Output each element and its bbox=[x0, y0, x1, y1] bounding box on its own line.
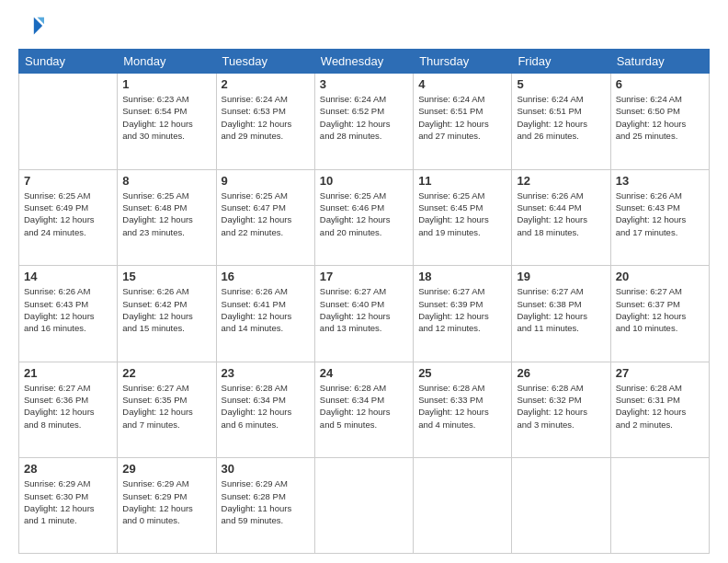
calendar-cell: 19Sunrise: 6:27 AM Sunset: 6:38 PM Dayli… bbox=[512, 266, 610, 362]
cell-content: Sunrise: 6:27 AM Sunset: 6:37 PM Dayligh… bbox=[616, 285, 704, 334]
day-number: 5 bbox=[517, 77, 605, 91]
cell-content: Sunrise: 6:25 AM Sunset: 6:48 PM Dayligh… bbox=[122, 190, 210, 238]
weekday-header-cell: Wednesday bbox=[314, 50, 413, 74]
cell-content: Sunrise: 6:29 AM Sunset: 6:28 PM Dayligh… bbox=[222, 477, 310, 526]
cell-content: Sunrise: 6:27 AM Sunset: 6:38 PM Dayligh… bbox=[517, 285, 605, 334]
weekday-header-cell: Thursday bbox=[414, 50, 512, 74]
calendar-cell: 11Sunrise: 6:25 AM Sunset: 6:45 PM Dayli… bbox=[414, 169, 512, 266]
cell-content: Sunrise: 6:27 AM Sunset: 6:35 PM Dayligh… bbox=[122, 382, 210, 431]
calendar-cell: 26Sunrise: 6:28 AM Sunset: 6:32 PM Dayli… bbox=[512, 362, 610, 458]
day-number: 29 bbox=[122, 462, 210, 476]
cell-content: Sunrise: 6:26 AM Sunset: 6:41 PM Dayligh… bbox=[222, 285, 310, 334]
calendar-cell: 22Sunrise: 6:27 AM Sunset: 6:35 PM Dayli… bbox=[118, 362, 216, 458]
day-number: 11 bbox=[418, 174, 506, 188]
calendar-cell: 10Sunrise: 6:25 AM Sunset: 6:46 PM Dayli… bbox=[314, 169, 413, 266]
calendar-week-row: 1Sunrise: 6:23 AM Sunset: 6:54 PM Daylig… bbox=[19, 74, 710, 170]
calendar-cell: 18Sunrise: 6:27 AM Sunset: 6:39 PM Dayli… bbox=[414, 266, 512, 362]
cell-content: Sunrise: 6:26 AM Sunset: 6:42 PM Dayligh… bbox=[122, 285, 210, 334]
calendar-cell: 24Sunrise: 6:28 AM Sunset: 6:34 PM Dayli… bbox=[314, 362, 413, 458]
calendar-cell bbox=[19, 74, 118, 170]
cell-content: Sunrise: 6:28 AM Sunset: 6:32 PM Dayligh… bbox=[517, 382, 605, 431]
calendar-cell: 6Sunrise: 6:24 AM Sunset: 6:50 PM Daylig… bbox=[610, 74, 709, 170]
cell-content: Sunrise: 6:24 AM Sunset: 6:53 PM Dayligh… bbox=[222, 93, 310, 142]
calendar-week-row: 21Sunrise: 6:27 AM Sunset: 6:36 PM Dayli… bbox=[19, 362, 710, 458]
calendar-cell: 16Sunrise: 6:26 AM Sunset: 6:41 PM Dayli… bbox=[216, 266, 314, 362]
day-number: 20 bbox=[616, 270, 704, 283]
day-number: 7 bbox=[24, 174, 112, 188]
cell-content: Sunrise: 6:25 AM Sunset: 6:47 PM Dayligh… bbox=[222, 190, 310, 238]
cell-content: Sunrise: 6:27 AM Sunset: 6:39 PM Dayligh… bbox=[418, 285, 506, 334]
calendar-cell: 25Sunrise: 6:28 AM Sunset: 6:33 PM Dayli… bbox=[414, 362, 512, 458]
logo bbox=[18, 14, 48, 40]
calendar-page: SundayMondayTuesdayWednesdayThursdayFrid… bbox=[0, 0, 728, 563]
cell-content: Sunrise: 6:25 AM Sunset: 6:45 PM Dayligh… bbox=[418, 190, 506, 238]
day-number: 16 bbox=[222, 270, 310, 283]
calendar-week-row: 7Sunrise: 6:25 AM Sunset: 6:49 PM Daylig… bbox=[19, 169, 710, 266]
calendar-cell: 5Sunrise: 6:24 AM Sunset: 6:51 PM Daylig… bbox=[512, 74, 610, 170]
calendar-cell: 7Sunrise: 6:25 AM Sunset: 6:49 PM Daylig… bbox=[19, 169, 118, 266]
cell-content: Sunrise: 6:28 AM Sunset: 6:34 PM Dayligh… bbox=[320, 382, 408, 431]
day-number: 19 bbox=[517, 270, 605, 283]
calendar-cell bbox=[414, 458, 512, 554]
day-number: 30 bbox=[222, 462, 310, 476]
day-number: 1 bbox=[122, 77, 210, 91]
calendar-cell: 1Sunrise: 6:23 AM Sunset: 6:54 PM Daylig… bbox=[118, 74, 216, 170]
day-number: 22 bbox=[122, 366, 210, 380]
day-number: 28 bbox=[24, 462, 112, 476]
calendar-cell: 27Sunrise: 6:28 AM Sunset: 6:31 PM Dayli… bbox=[610, 362, 709, 458]
calendar-cell: 8Sunrise: 6:25 AM Sunset: 6:48 PM Daylig… bbox=[118, 169, 216, 266]
calendar-cell: 12Sunrise: 6:26 AM Sunset: 6:44 PM Dayli… bbox=[512, 169, 610, 266]
calendar-week-row: 28Sunrise: 6:29 AM Sunset: 6:30 PM Dayli… bbox=[19, 458, 710, 554]
calendar-cell: 13Sunrise: 6:26 AM Sunset: 6:43 PM Dayli… bbox=[610, 169, 709, 266]
day-number: 18 bbox=[418, 270, 506, 283]
day-number: 3 bbox=[320, 77, 408, 91]
day-number: 12 bbox=[517, 174, 605, 188]
cell-content: Sunrise: 6:28 AM Sunset: 6:34 PM Dayligh… bbox=[222, 382, 310, 431]
day-number: 6 bbox=[616, 77, 704, 91]
day-number: 14 bbox=[24, 270, 112, 283]
cell-content: Sunrise: 6:23 AM Sunset: 6:54 PM Dayligh… bbox=[122, 93, 210, 142]
cell-content: Sunrise: 6:27 AM Sunset: 6:40 PM Dayligh… bbox=[320, 285, 408, 334]
cell-content: Sunrise: 6:26 AM Sunset: 6:43 PM Dayligh… bbox=[24, 285, 112, 334]
day-number: 15 bbox=[122, 270, 210, 283]
weekday-header-cell: Friday bbox=[512, 50, 610, 74]
calendar-cell: 23Sunrise: 6:28 AM Sunset: 6:34 PM Dayli… bbox=[216, 362, 314, 458]
day-number: 26 bbox=[517, 366, 605, 380]
cell-content: Sunrise: 6:28 AM Sunset: 6:31 PM Dayligh… bbox=[616, 382, 704, 431]
calendar-cell: 20Sunrise: 6:27 AM Sunset: 6:37 PM Dayli… bbox=[610, 266, 709, 362]
cell-content: Sunrise: 6:25 AM Sunset: 6:49 PM Dayligh… bbox=[24, 190, 112, 238]
calendar-cell bbox=[314, 458, 413, 554]
day-number: 24 bbox=[320, 366, 408, 380]
day-number: 13 bbox=[616, 174, 704, 188]
day-number: 21 bbox=[24, 366, 112, 380]
calendar-cell: 28Sunrise: 6:29 AM Sunset: 6:30 PM Dayli… bbox=[19, 458, 118, 554]
weekday-header-cell: Saturday bbox=[610, 50, 709, 74]
calendar-cell: 30Sunrise: 6:29 AM Sunset: 6:28 PM Dayli… bbox=[216, 458, 314, 554]
calendar-cell: 29Sunrise: 6:29 AM Sunset: 6:29 PM Dayli… bbox=[118, 458, 216, 554]
day-number: 27 bbox=[616, 366, 704, 380]
day-number: 10 bbox=[320, 174, 408, 188]
day-number: 4 bbox=[418, 77, 506, 91]
day-number: 8 bbox=[122, 174, 210, 188]
calendar-cell bbox=[512, 458, 610, 554]
calendar-cell: 4Sunrise: 6:24 AM Sunset: 6:51 PM Daylig… bbox=[414, 74, 512, 170]
weekday-header-cell: Sunday bbox=[19, 50, 118, 74]
cell-content: Sunrise: 6:28 AM Sunset: 6:33 PM Dayligh… bbox=[418, 382, 506, 431]
cell-content: Sunrise: 6:25 AM Sunset: 6:46 PM Dayligh… bbox=[320, 190, 408, 238]
cell-content: Sunrise: 6:26 AM Sunset: 6:44 PM Dayligh… bbox=[517, 190, 605, 238]
day-number: 2 bbox=[222, 77, 310, 91]
cell-content: Sunrise: 6:24 AM Sunset: 6:50 PM Dayligh… bbox=[616, 93, 704, 142]
calendar-week-row: 14Sunrise: 6:26 AM Sunset: 6:43 PM Dayli… bbox=[19, 266, 710, 362]
cell-content: Sunrise: 6:27 AM Sunset: 6:36 PM Dayligh… bbox=[24, 382, 112, 431]
calendar-cell: 17Sunrise: 6:27 AM Sunset: 6:40 PM Dayli… bbox=[314, 266, 413, 362]
calendar-cell: 15Sunrise: 6:26 AM Sunset: 6:42 PM Dayli… bbox=[118, 266, 216, 362]
calendar-cell: 21Sunrise: 6:27 AM Sunset: 6:36 PM Dayli… bbox=[19, 362, 118, 458]
logo-icon bbox=[18, 14, 44, 40]
cell-content: Sunrise: 6:29 AM Sunset: 6:29 PM Dayligh… bbox=[122, 477, 210, 526]
cell-content: Sunrise: 6:24 AM Sunset: 6:52 PM Dayligh… bbox=[320, 93, 408, 142]
calendar-cell: 2Sunrise: 6:24 AM Sunset: 6:53 PM Daylig… bbox=[216, 74, 314, 170]
day-number: 25 bbox=[418, 366, 506, 380]
calendar-body: 1Sunrise: 6:23 AM Sunset: 6:54 PM Daylig… bbox=[19, 74, 710, 554]
weekday-header-cell: Tuesday bbox=[216, 50, 314, 74]
weekday-header-row: SundayMondayTuesdayWednesdayThursdayFrid… bbox=[19, 50, 710, 74]
